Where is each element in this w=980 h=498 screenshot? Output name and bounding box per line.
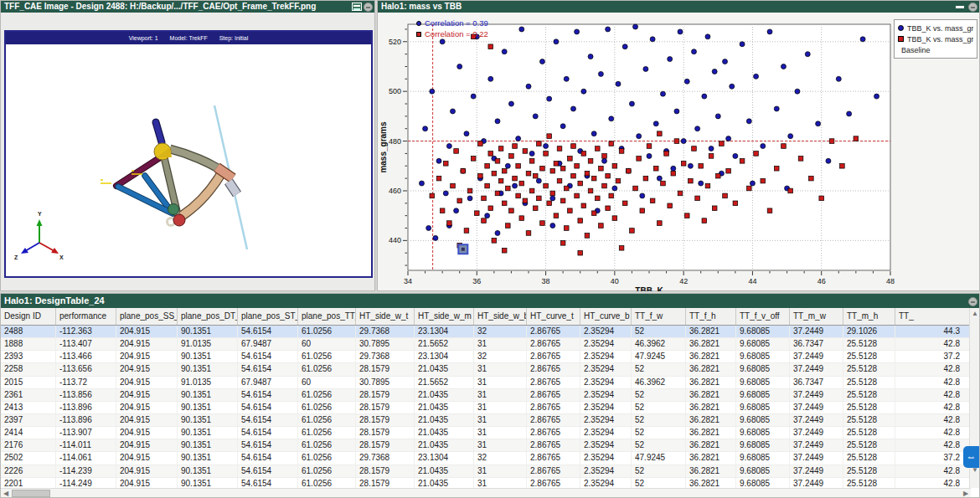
table-cell: 32 [474, 452, 527, 464]
table-row-design-2414[interactable]: 2414-113.907204.91590.135154.615461.0256… [1, 427, 971, 439]
table-row-design-2393[interactable]: 2393-113.466204.91590.135154.615461.0256… [1, 351, 971, 363]
table-cell: 204.915 [116, 452, 178, 464]
table-row-design-2397[interactable]: 2397-113.896204.91590.135154.615461.0256… [1, 414, 971, 427]
table-row-design-2361[interactable]: 2361-113.856204.91590.135154.615461.0256… [1, 389, 971, 402]
table-cell: 37.2449 [790, 363, 843, 375]
table-cell: 91.0135 [178, 338, 238, 350]
svg-text:520: 520 [389, 38, 401, 46]
table-cell: 31 [474, 465, 527, 477]
table-cell: 9.68085 [736, 402, 790, 413]
plot-legend[interactable]: TBB_K vs. mass_gramsTBB_K vs. mass_grams… [894, 19, 977, 59]
svg-text:48: 48 [886, 277, 895, 285]
table-cell: 25.5128 [843, 439, 895, 451]
table-cell: 204.915 [116, 439, 178, 451]
minimize-icon[interactable] [968, 3, 977, 12]
minimize-icon[interactable] [968, 297, 977, 306]
column-header-design-id[interactable]: Design ID [1, 308, 56, 325]
table-cell: 60 [298, 377, 356, 388]
table-cell: 204.915 [116, 402, 178, 413]
table-cell: 90.1351 [178, 363, 238, 375]
table-cell: 54.6154 [238, 414, 298, 426]
triad-z-label: Z [14, 254, 18, 260]
table-cell: 61.0256 [298, 363, 356, 375]
scatter-plot[interactable]: 3436384042444648440460480500520TBB_Kmass… [378, 13, 979, 291]
table-cell: 2.35294 [580, 452, 632, 464]
table-cell: 1888 [1, 338, 56, 350]
horizontal-scrollbar[interactable]: ◀ ▶ [1, 488, 971, 497]
column-header-ht-curve-b[interactable]: HT_curve_b [580, 308, 632, 325]
column-header-plane-pos-st-of[interactable]: plane_pos_ST_of [238, 308, 298, 325]
table-cell: 36.2821 [686, 465, 736, 477]
table-row-design-1888[interactable]: 1888-113.407204.91591.013567.94876030.78… [1, 338, 971, 351]
table-row-design-2015[interactable]: 2015-113.72204.91591.013567.94876030.789… [1, 377, 971, 389]
column-header-ht-curve-t[interactable]: HT_curve_t [527, 308, 580, 325]
scroll-left-icon[interactable]: ◀ [1, 489, 11, 498]
table-row-design-2502[interactable]: 2502-114.061204.91590.135154.615461.0256… [1, 452, 971, 465]
legend-item[interactable]: TBB_K vs. mass_grams [898, 23, 973, 33]
table-cell: 2.86765 [527, 377, 580, 388]
column-header-ht-side-w-b[interactable]: HT_side_w_b [474, 308, 527, 325]
baseline-marker[interactable] [458, 244, 467, 254]
table-cell: 42.8 [895, 377, 971, 388]
column-header-tt-f-w[interactable]: TT_f_w [632, 308, 686, 325]
column-header-plane-pos-ss-ro[interactable]: plane_pos_SS_ro [116, 308, 178, 325]
column-header-tt-[interactable]: TT_ [895, 308, 971, 325]
image-viewer-titlebar[interactable]: TFF_CAE Image - Design 2488: H:/Backup/.… [1, 1, 374, 13]
table-cell: 2.35294 [580, 465, 632, 477]
table-cell: 31 [474, 389, 527, 401]
minimize-icon[interactable] [364, 3, 373, 12]
table-cell: 37.2 [895, 351, 971, 362]
table-cell: 2.35294 [580, 363, 632, 375]
column-header-plane-pos-dt-of[interactable]: plane_pos_DT_of [178, 308, 238, 325]
column-header-tt-m-w[interactable]: TT_m_w [790, 308, 843, 325]
table-cell: 54.6154 [238, 439, 298, 451]
column-header-performance[interactable]: performance [56, 308, 116, 325]
scroll-up-icon[interactable]: ▲ [970, 308, 980, 320]
column-header-ht-side-w-t[interactable]: HT_side_w_t [356, 308, 415, 325]
table-cell: 61.0256 [298, 414, 356, 426]
table-cell: 25.5128 [843, 402, 895, 413]
table-row-design-2226[interactable]: 2226-114.239204.91590.135154.615461.0256… [1, 465, 971, 478]
plot-titlebar[interactable]: Halo1: mass vs TBB [378, 1, 979, 13]
column-header-tt-f-h[interactable]: TT_f_h [686, 308, 736, 325]
table-cell: 28.1579 [356, 363, 415, 375]
table-cell: 2226 [1, 465, 56, 477]
table-cell: 31 [474, 427, 527, 439]
table-cell: 21.0435 [415, 427, 474, 439]
design-table-panel: Halo1: DesignTable_24 Design IDperforman… [0, 293, 980, 498]
table-cell: 37.2449 [790, 439, 843, 451]
scrollbar-thumb[interactable] [12, 490, 50, 497]
table-cell: 52 [632, 402, 686, 413]
table-cell: -113.407 [56, 338, 116, 350]
remote-control-arrows-icon[interactable]: ⇔ [963, 446, 979, 468]
table-row-design-2488[interactable]: 2488-112.363204.91590.135154.615461.0256… [1, 326, 971, 338]
table-cell: 25.5128 [843, 389, 895, 401]
scroll-right-icon[interactable]: ▶ [961, 489, 971, 498]
table-cell: 42.8 [895, 402, 971, 413]
column-header-tt-f-v-off[interactable]: TT_f_v_off [736, 308, 790, 325]
table-cell: 23.1304 [415, 326, 474, 337]
table-cell: 54.6154 [238, 452, 298, 464]
table-cell: 21.0435 [415, 414, 474, 426]
table-cell: -113.466 [56, 351, 116, 362]
collapse-icon[interactable] [956, 6, 964, 8]
column-header-plane-pos-tt-of[interactable]: plane_pos_TT_of [298, 308, 356, 325]
table-cell: 37.2449 [790, 326, 843, 337]
table-cell: 28.1579 [356, 389, 415, 401]
restore-icon[interactable] [352, 3, 362, 11]
legend-item[interactable]: TBB_K vs. mass_grams [898, 33, 973, 44]
table-cell: 2488 [1, 326, 56, 337]
column-header-ht-side-w-m[interactable]: HT_side_w_m [415, 308, 474, 325]
legend-item[interactable]: Baseline [898, 44, 973, 55]
column-header-tt-m-h[interactable]: TT_m_h [843, 308, 895, 325]
table-cell: 9.68085 [736, 427, 790, 439]
table-cell: 52 [632, 439, 686, 451]
table-row-design-2413[interactable]: 2413-113.896204.91590.135154.615461.0256… [1, 402, 971, 414]
table-row-design-2258[interactable]: 2258-113.656204.91590.135154.615461.0256… [1, 363, 971, 376]
table-titlebar[interactable]: Halo1: DesignTable_24 [1, 294, 979, 308]
table-cell: 90.1351 [178, 452, 238, 464]
table-cell: 204.915 [116, 338, 178, 350]
table-cell: 37.2449 [790, 389, 843, 401]
table-row-design-2176[interactable]: 2176-114.011204.91590.135154.615461.0256… [1, 439, 971, 452]
table-cell: 23.1304 [415, 452, 474, 464]
